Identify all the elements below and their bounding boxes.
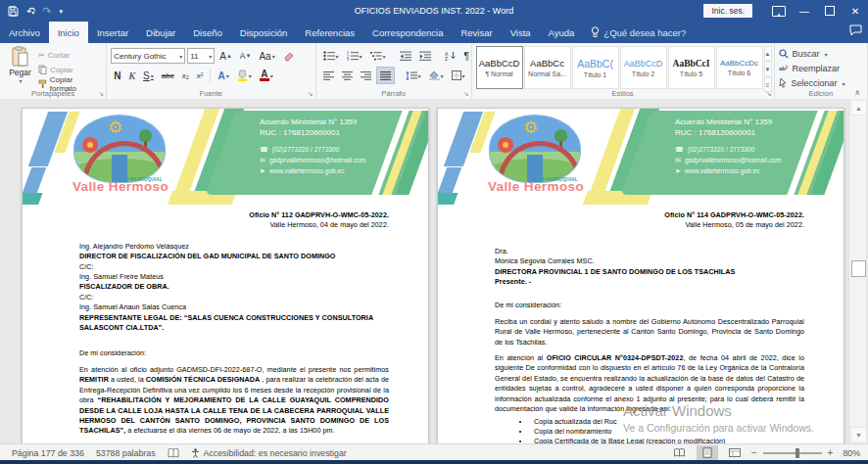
tab-inicio[interactable]: Inicio bbox=[49, 22, 88, 43]
multilevel-list-button[interactable]: ▾ bbox=[367, 48, 389, 64]
page-indicator[interactable]: Página 177 de 336 bbox=[12, 448, 84, 458]
minimize-button[interactable]: — bbox=[792, 0, 817, 22]
accessibility-status[interactable]: Accesibilidad: es necesario investigar bbox=[191, 448, 347, 458]
document-page-2[interactable]: Acuerdo Ministerial N° 1359 RUC : 176812… bbox=[437, 108, 844, 443]
align-left-button[interactable] bbox=[320, 68, 337, 83]
logo-org-type: GAD PARROQUIAL bbox=[119, 177, 163, 182]
read-mode-button[interactable] bbox=[669, 445, 691, 460]
bold-button[interactable]: N bbox=[111, 68, 123, 83]
line-spacing-button[interactable]: ▾ bbox=[403, 68, 424, 83]
font-color-button[interactable]: A ▾ bbox=[257, 68, 276, 83]
tab-archivo[interactable]: Archivo bbox=[0, 22, 49, 43]
highlight-color-button[interactable]: ▾ bbox=[234, 68, 255, 83]
document-page-1[interactable]: Acuerdo Ministerial N° 1359 RUC : 176812… bbox=[22, 108, 429, 443]
zoom-in-button[interactable]: + bbox=[828, 447, 834, 458]
customize-qat-icon[interactable]: ▾ bbox=[59, 8, 63, 15]
cut-button[interactable]: ✂Cortar bbox=[36, 48, 102, 62]
font-size-combo[interactable]: 11▾ bbox=[187, 48, 215, 64]
styles-dialog-launcher[interactable]: ↘ bbox=[766, 90, 772, 98]
tab-disposicion[interactable]: Disposición bbox=[231, 22, 297, 43]
print-layout-button[interactable] bbox=[697, 445, 718, 460]
email-icon: ✉ bbox=[260, 156, 265, 165]
superscript-button[interactable]: x² bbox=[194, 68, 207, 83]
web-layout-button[interactable] bbox=[724, 445, 746, 460]
style-titulo-5[interactable]: AaBbCcITítulo 5 bbox=[668, 46, 715, 89]
zoom-slider[interactable] bbox=[763, 452, 822, 454]
tab-ayuda[interactable]: Ayuda bbox=[540, 22, 584, 43]
vertical-scrollbar[interactable]: ▲ ▼ bbox=[848, 99, 866, 443]
scroll-up-arrow[interactable]: ▲ bbox=[850, 100, 867, 116]
close-button[interactable]: ✕ bbox=[843, 0, 868, 22]
bullets-button[interactable]: ▾ bbox=[320, 48, 342, 64]
proofing-status[interactable] bbox=[168, 448, 179, 458]
paint-bucket-icon bbox=[429, 70, 440, 80]
italic-button[interactable]: K bbox=[125, 68, 138, 83]
style-normal-sa[interactable]: AaBbCcNormal Sa... bbox=[524, 46, 571, 89]
paragraph-dialog-launcher[interactable]: ↘ bbox=[463, 90, 469, 98]
word-count[interactable]: 53788 palabras bbox=[96, 448, 156, 458]
borders-button[interactable]: ▾ bbox=[449, 68, 468, 83]
styles-scroll-down[interactable]: ▼ bbox=[764, 62, 772, 76]
style-titulo-1[interactable]: AaBbC(Título 1 bbox=[572, 46, 619, 89]
styles-scroll-up[interactable]: ▲ bbox=[764, 46, 772, 61]
numbering-button[interactable]: 123▾ bbox=[344, 48, 365, 64]
zoom-out-button[interactable]: − bbox=[751, 447, 757, 458]
restore-button[interactable] bbox=[817, 0, 843, 22]
collapse-ribbon-icon[interactable]: ∧ bbox=[854, 88, 860, 97]
group-font: Century Gothic▾ 11▾ A▲ A▼ Aa▾ N K S▾ abc… bbox=[107, 43, 315, 99]
decrease-indent-button[interactable] bbox=[397, 48, 414, 64]
underline-button[interactable]: S▾ bbox=[140, 68, 157, 83]
logo-org-type: GAD PARROQUIAL bbox=[534, 177, 578, 182]
comments-icon[interactable] bbox=[849, 24, 862, 36]
tab-correspondencia[interactable]: Correspondencia bbox=[363, 22, 452, 43]
lightbulb-icon bbox=[591, 26, 600, 38]
sort-button[interactable]: AZ bbox=[442, 48, 459, 64]
justify-button[interactable] bbox=[376, 67, 395, 84]
copy-button[interactable]: Copiar bbox=[36, 63, 102, 76]
status-bar: Página 177 de 336 53788 palabras Accesib… bbox=[0, 443, 868, 461]
font-family-combo[interactable]: Century Gothic▾ bbox=[111, 48, 185, 64]
ribbon-tabs: Archivo Inicio Insertar Dibujar Diseño D… bbox=[0, 22, 868, 43]
strikethrough-button[interactable]: abc bbox=[159, 68, 177, 83]
svg-text:ab: ab bbox=[779, 66, 786, 71]
align-center-button[interactable] bbox=[339, 68, 356, 83]
tab-dibujar[interactable]: Dibujar bbox=[137, 22, 184, 43]
text-effects-button[interactable]: A▾ bbox=[215, 68, 231, 83]
grow-font-button[interactable]: A▲ bbox=[217, 48, 235, 64]
style-titulo-6[interactable]: AaBbCcDcTítulo 6 bbox=[716, 46, 763, 89]
save-icon[interactable] bbox=[8, 6, 19, 17]
body-paragraph: En atención al oficio adjunto GADMSD-DFI… bbox=[79, 365, 389, 437]
find-button[interactable]: Buscar▾ bbox=[779, 47, 863, 61]
scroll-down-arrow[interactable]: ▼ bbox=[850, 427, 867, 442]
tab-diseno[interactable]: Diseño bbox=[184, 22, 231, 43]
shrink-font-button[interactable]: A▼ bbox=[237, 48, 255, 64]
show-marks-button[interactable]: ¶ bbox=[461, 48, 472, 64]
style-titulo-2[interactable]: AaBbCcDTítulo 2 bbox=[620, 46, 667, 89]
select-button[interactable]: Seleccionar▾ bbox=[779, 76, 863, 90]
style-normal[interactable]: AaBbCcD¶ Normal bbox=[476, 46, 523, 89]
tab-revisar[interactable]: Revisar bbox=[452, 22, 501, 43]
subscript-button[interactable]: x₂ bbox=[179, 68, 192, 83]
undo-icon[interactable]: ↶▾ bbox=[26, 6, 34, 17]
website-icon: ➤ bbox=[675, 166, 681, 176]
redo-icon[interactable]: ↷ bbox=[42, 6, 51, 17]
clipboard-dialog-launcher[interactable]: ↘ bbox=[98, 90, 104, 98]
tab-vista[interactable]: Vista bbox=[502, 22, 540, 43]
ribbon-display-options-icon[interactable]: ▴ bbox=[766, 0, 792, 22]
sign-in-button[interactable]: Inic. ses. bbox=[703, 4, 752, 18]
change-case-button[interactable]: Aa▾ bbox=[256, 48, 277, 64]
tab-insertar[interactable]: Insertar bbox=[88, 22, 137, 43]
tell-me-box[interactable]: ¿Qué desea hacer? bbox=[583, 22, 694, 43]
replace-button[interactable]: ab Reemplazar bbox=[779, 62, 863, 75]
align-right-button[interactable] bbox=[358, 68, 374, 83]
zoom-level[interactable]: 80% bbox=[843, 448, 860, 458]
clear-formatting-button[interactable] bbox=[280, 48, 297, 64]
tab-referencias[interactable]: Referencias bbox=[296, 22, 363, 43]
increase-indent-button[interactable] bbox=[416, 48, 434, 64]
shading-button[interactable]: ▾ bbox=[426, 68, 447, 83]
scrollbar-thumb[interactable] bbox=[851, 260, 866, 277]
group-label-paragraph: Párrafo bbox=[316, 89, 471, 98]
zoom-slider-thumb[interactable] bbox=[796, 448, 799, 458]
font-dialog-launcher[interactable]: ↘ bbox=[308, 90, 313, 98]
paste-button[interactable]: Pegar ▾ bbox=[4, 46, 36, 89]
